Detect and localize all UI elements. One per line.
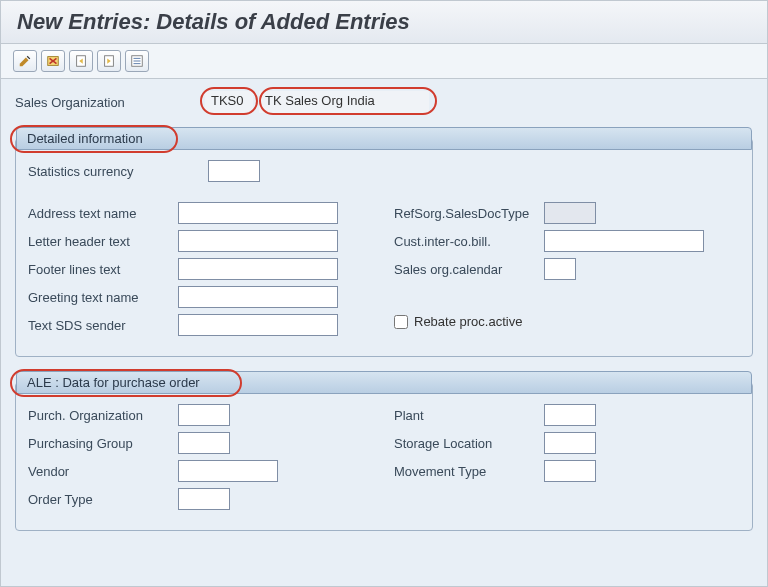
text-sds-label: Text SDS sender — [28, 318, 178, 333]
list-button[interactable] — [125, 50, 149, 72]
detailed-cols: Address text name Letter header text Foo… — [28, 202, 740, 342]
toolbar — [1, 44, 767, 79]
edit-pencil-button[interactable] — [13, 50, 37, 72]
footer-lines-input[interactable] — [178, 258, 338, 280]
sales-org-code: TKS0 — [205, 91, 253, 113]
vendor-label: Vendor — [28, 464, 178, 479]
purch-org-label: Purch. Organization — [28, 408, 178, 423]
next-page-icon — [102, 54, 116, 68]
movement-type-label: Movement Type — [394, 464, 544, 479]
sales-org-label: Sales Organization — [15, 95, 205, 110]
address-text-label: Address text name — [28, 206, 178, 221]
order-type-label: Order Type — [28, 492, 178, 507]
ale-col-right: Plant Storage Location Movement Type — [394, 404, 740, 516]
detailed-info-legend: Detailed information — [16, 127, 752, 150]
sales-org-cal-label: Sales org.calendar — [394, 262, 544, 277]
sales-org-cal-input[interactable] — [544, 258, 576, 280]
content-area: Sales Organization TKS0 TK Sales Org Ind… — [1, 79, 767, 543]
movement-type-input[interactable] — [544, 460, 596, 482]
vendor-input[interactable] — [178, 460, 278, 482]
text-sds-input[interactable] — [178, 314, 338, 336]
ale-group: ALE : Data for purchase order Purch. Org… — [15, 371, 753, 531]
prev-page-icon — [74, 54, 88, 68]
delete-row-button[interactable] — [41, 50, 65, 72]
ref-sorg-input — [544, 202, 596, 224]
purch-group-label: Purchasing Group — [28, 436, 178, 451]
list-icon — [130, 54, 144, 68]
purch-group-input[interactable] — [178, 432, 230, 454]
ale-legend: ALE : Data for purchase order — [16, 371, 752, 394]
order-type-input[interactable] — [178, 488, 230, 510]
ale-cols: Purch. Organization Purchasing Group Ven… — [28, 404, 740, 516]
greeting-label: Greeting text name — [28, 290, 178, 305]
stats-currency-input[interactable] — [208, 160, 260, 182]
title-bar: New Entries: Details of Added Entries — [1, 1, 767, 44]
prev-page-button[interactable] — [69, 50, 93, 72]
detailed-col-left: Address text name Letter header text Foo… — [28, 202, 374, 342]
rebate-label: Rebate proc.active — [414, 314, 522, 329]
letter-header-label: Letter header text — [28, 234, 178, 249]
detailed-info-group: Detailed information Statistics currency… — [15, 127, 753, 357]
page-title: New Entries: Details of Added Entries — [17, 9, 751, 35]
purch-org-input[interactable] — [178, 404, 230, 426]
address-text-input[interactable] — [178, 202, 338, 224]
ale-col-left: Purch. Organization Purchasing Group Ven… — [28, 404, 374, 516]
storage-loc-label: Storage Location — [394, 436, 544, 451]
rebate-row: Rebate proc.active — [394, 314, 740, 329]
sales-org-row: Sales Organization TKS0 TK Sales Org Ind… — [15, 91, 753, 113]
greeting-input[interactable] — [178, 286, 338, 308]
sales-org-desc: TK Sales Org India — [259, 91, 429, 113]
next-page-button[interactable] — [97, 50, 121, 72]
ref-sorg-label: RefSorg.SalesDocType — [394, 206, 544, 221]
cust-inter-label: Cust.inter-co.bill. — [394, 234, 544, 249]
stats-currency-row: Statistics currency — [28, 160, 740, 182]
plant-label: Plant — [394, 408, 544, 423]
cust-inter-input[interactable] — [544, 230, 704, 252]
rebate-checkbox[interactable] — [394, 315, 408, 329]
delete-row-icon — [46, 54, 60, 68]
letter-header-input[interactable] — [178, 230, 338, 252]
plant-input[interactable] — [544, 404, 596, 426]
footer-lines-label: Footer lines text — [28, 262, 178, 277]
stats-currency-label: Statistics currency — [28, 164, 208, 179]
edit-pencil-icon — [18, 54, 32, 68]
storage-loc-input[interactable] — [544, 432, 596, 454]
detailed-col-right: RefSorg.SalesDocType Cust.inter-co.bill.… — [394, 202, 740, 342]
